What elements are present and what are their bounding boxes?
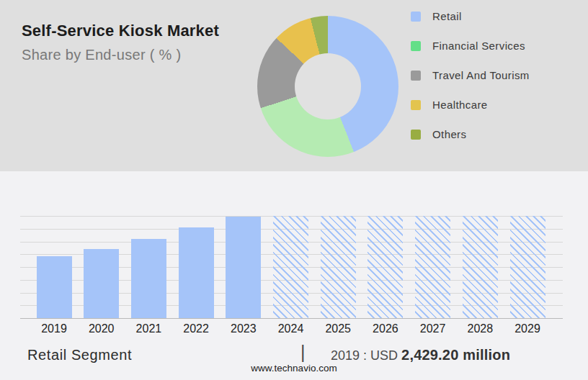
bar [84, 249, 119, 318]
x-axis-label: 2023 [231, 322, 257, 335]
legend-item: Travel And Tourism [411, 70, 530, 81]
bar [131, 239, 166, 318]
legend-item: Retail [411, 11, 530, 22]
legend-swatch [411, 100, 421, 110]
x-axis-label: 2022 [183, 322, 209, 335]
forecast-bar [321, 216, 356, 318]
legend-item: Others [411, 129, 530, 140]
forecast-bar [415, 216, 450, 318]
x-axis-label: 2020 [89, 322, 115, 335]
legend-label: Financial Services [432, 40, 525, 52]
bar [37, 256, 72, 318]
separator-bar: | [300, 342, 306, 363]
x-axis-label: 2029 [514, 322, 540, 335]
x-axis-label: 2019 [41, 322, 67, 335]
forecast-bar [273, 216, 308, 318]
legend-label: Retail [432, 10, 462, 22]
value-amount: 2,429.20 million [401, 347, 510, 363]
page-title: Self-Service Kiosk Market [22, 22, 219, 40]
value-annotation: 2019 : USD 2,429.20 million [331, 347, 510, 363]
forecast-bar [510, 216, 545, 318]
legend-label: Others [432, 128, 466, 140]
header-section: Self-Service Kiosk Market Share by End-u… [0, 0, 588, 171]
donut-chart [257, 16, 398, 157]
value-prefix: 2019 : USD [331, 348, 401, 363]
x-axis-label: 2026 [373, 322, 398, 335]
chart-legend: RetailFinancial ServicesTravel And Touri… [411, 11, 530, 140]
x-axis-label: 2025 [325, 322, 351, 335]
segment-label: Retail Segment [27, 347, 132, 363]
x-axis-label: 2028 [468, 322, 494, 335]
bar [226, 217, 261, 318]
legend-swatch [411, 130, 421, 140]
legend-label: Healthcare [432, 99, 488, 111]
bar [179, 227, 214, 318]
gridline [20, 318, 563, 319]
bar-chart-section: 2019202020212022202320242025202620272028… [0, 171, 588, 380]
page-subtitle: Share by End-user ( % ) [22, 47, 219, 63]
legend-item: Financial Services [411, 40, 530, 51]
x-axis-label: 2027 [420, 322, 446, 335]
donut-hole [295, 53, 361, 119]
forecast-bar [463, 216, 498, 318]
legend-swatch [411, 12, 421, 22]
website-url: www.technavio.com [0, 363, 588, 374]
legend-swatch [411, 41, 421, 51]
x-axis-label: 2024 [278, 322, 304, 335]
title-block: Self-Service Kiosk Market Share by End-u… [22, 22, 219, 63]
legend-label: Travel And Tourism [432, 69, 530, 81]
x-axis-label: 2021 [136, 322, 162, 335]
legend-item: Healthcare [411, 99, 530, 110]
legend-swatch [411, 71, 421, 81]
forecast-bar [368, 216, 403, 318]
